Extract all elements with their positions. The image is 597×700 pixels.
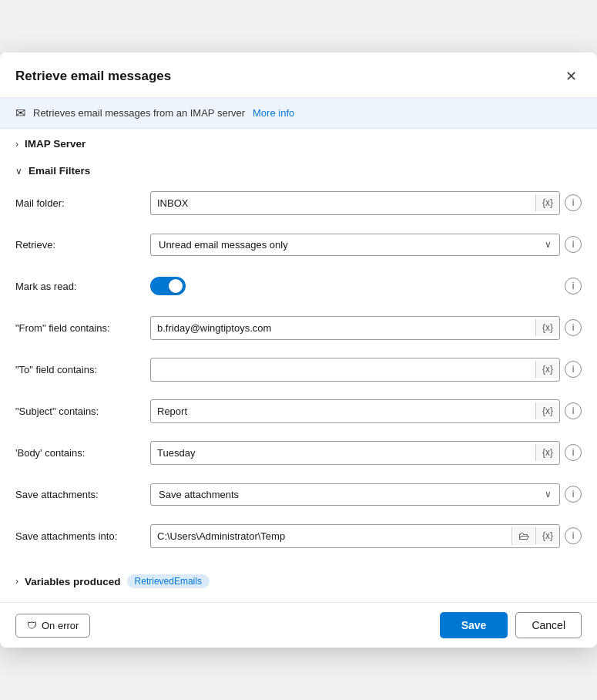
mark-as-read-toggle[interactable]	[150, 277, 186, 295]
save-attachments-control: Save attachments ∨ i	[150, 483, 582, 506]
to-field-input[interactable]	[151, 358, 535, 381]
mark-as-read-info[interactable]: i	[565, 278, 582, 294]
email-filters-title: Email Filters	[29, 165, 90, 177]
dialog-header: Retrieve email messages ✕	[0, 52, 597, 98]
mark-as-read-row: Mark as read: i	[15, 269, 582, 303]
body-field-label: 'Body' contains:	[15, 447, 150, 459]
subject-field-input[interactable]	[151, 400, 535, 422]
imap-server-title: IMAP Server	[25, 138, 86, 150]
retrieve-row: Retrieve: Unread email messages only ∨ i	[15, 227, 582, 261]
dialog-footer: 🛡 On error Save Cancel	[0, 602, 597, 648]
save-attachments-into-control: 🗁 {x} i	[150, 524, 582, 548]
retrieve-chevron-icon: ∨	[545, 239, 552, 250]
save-attachments-into-info[interactable]: i	[565, 527, 582, 544]
from-field-input[interactable]	[151, 317, 535, 339]
retrieve-email-dialog: Retrieve email messages ✕ ✉ Retrieves em…	[0, 52, 597, 648]
mail-folder-badge[interactable]: {x}	[535, 194, 559, 211]
mail-folder-control: {x} i	[150, 191, 582, 215]
retrieve-label: Retrieve:	[15, 239, 150, 251]
subject-field-input-wrap: {x}	[150, 399, 560, 423]
save-attachments-into-input-wrap: 🗁 {x}	[150, 524, 560, 548]
mail-folder-label: Mail folder:	[15, 197, 150, 209]
variables-section: › Variables produced RetrievedEmails	[0, 567, 597, 596]
mail-folder-row: Mail folder: {x} i	[15, 186, 582, 220]
save-attachments-value: Save attachments	[159, 489, 542, 500]
save-attachments-select[interactable]: Save attachments ∨	[150, 483, 560, 506]
info-banner: ✉ Retrieves email messages from an IMAP …	[0, 98, 597, 129]
on-error-label: On error	[42, 620, 79, 631]
mark-as-read-control: i	[150, 277, 582, 295]
to-field-control: {x} i	[150, 358, 582, 382]
body-field-input-wrap: {x}	[150, 441, 560, 465]
subject-field-label: "Subject" contains:	[15, 406, 150, 417]
retrieve-select[interactable]: Unread email messages only ∨	[150, 234, 560, 256]
save-attachments-chevron-icon: ∨	[545, 489, 552, 500]
shield-icon: 🛡	[27, 620, 37, 631]
save-attachments-label: Save attachments:	[15, 489, 150, 500]
footer-right: Save Cancel	[440, 612, 582, 638]
body-field-input[interactable]	[151, 442, 535, 464]
dialog-title: Retrieve email messages	[15, 69, 171, 84]
subject-field-control: {x} i	[150, 399, 582, 423]
from-field-control: {x} i	[150, 316, 582, 340]
save-attachments-row: Save attachments: Save attachments ∨ i	[15, 477, 582, 511]
variables-chevron[interactable]: ›	[15, 576, 18, 587]
variables-title[interactable]: Variables produced	[25, 576, 121, 587]
retrieve-control: Unread email messages only ∨ i	[150, 234, 582, 256]
from-field-badge[interactable]: {x}	[535, 319, 559, 336]
email-filters-content: Mail folder: {x} i Retrieve: Unread emai…	[0, 183, 597, 567]
mail-folder-input-wrap: {x}	[150, 191, 560, 215]
body-field-badge[interactable]: {x}	[535, 444, 559, 461]
mail-folder-info[interactable]: i	[565, 194, 582, 211]
toggle-knob	[169, 279, 183, 293]
email-filters-section-header[interactable]: ∨ Email Filters	[0, 156, 597, 183]
folder-browse-button[interactable]: 🗁	[511, 527, 535, 545]
save-attachments-into-row: Save attachments into: 🗁 {x} i	[15, 519, 582, 553]
to-field-row: "To" field contains: {x} i	[15, 352, 582, 386]
save-attachments-info[interactable]: i	[565, 486, 582, 503]
cancel-button[interactable]: Cancel	[515, 612, 582, 638]
dialog-body: › IMAP Server ∨ Email Filters Mail folde…	[0, 129, 597, 602]
to-field-info[interactable]: i	[565, 361, 582, 378]
from-field-input-wrap: {x}	[150, 316, 560, 340]
body-field-control: {x} i	[150, 441, 582, 465]
imap-server-section-header[interactable]: › IMAP Server	[0, 129, 597, 156]
to-field-badge[interactable]: {x}	[535, 361, 559, 378]
retrieve-info[interactable]: i	[565, 236, 582, 253]
variables-badge: RetrievedEmails	[127, 574, 210, 588]
save-attachments-into-label: Save attachments into:	[15, 530, 150, 542]
on-error-button[interactable]: 🛡 On error	[15, 614, 90, 638]
body-field-info[interactable]: i	[565, 444, 582, 461]
subject-field-badge[interactable]: {x}	[535, 402, 559, 419]
to-field-label: "To" field contains:	[15, 364, 150, 375]
envelope-icon: ✉	[15, 106, 25, 120]
mail-folder-input[interactable]	[151, 192, 535, 214]
to-field-input-wrap: {x}	[150, 358, 560, 382]
banner-text: Retrieves email messages from an IMAP se…	[33, 107, 245, 119]
save-attachments-into-input[interactable]	[151, 525, 511, 547]
imap-server-chevron: ›	[15, 139, 18, 150]
from-field-row: "From" field contains: {x} i	[15, 311, 582, 345]
close-button[interactable]: ✕	[561, 66, 582, 86]
mark-as-read-label: Mark as read:	[15, 281, 150, 292]
from-field-info[interactable]: i	[565, 319, 582, 336]
body-field-row: 'Body' contains: {x} i	[15, 436, 582, 469]
retrieve-value: Unread email messages only	[159, 239, 542, 251]
email-filters-chevron: ∨	[15, 166, 22, 177]
save-button[interactable]: Save	[440, 612, 508, 638]
from-field-label: "From" field contains:	[15, 322, 150, 334]
save-attachments-into-badge[interactable]: {x}	[535, 527, 559, 544]
mark-as-read-toggle-wrap	[150, 277, 560, 295]
subject-field-row: "Subject" contains: {x} i	[15, 394, 582, 428]
subject-field-info[interactable]: i	[565, 402, 582, 419]
more-info-link[interactable]: More info	[253, 107, 294, 119]
